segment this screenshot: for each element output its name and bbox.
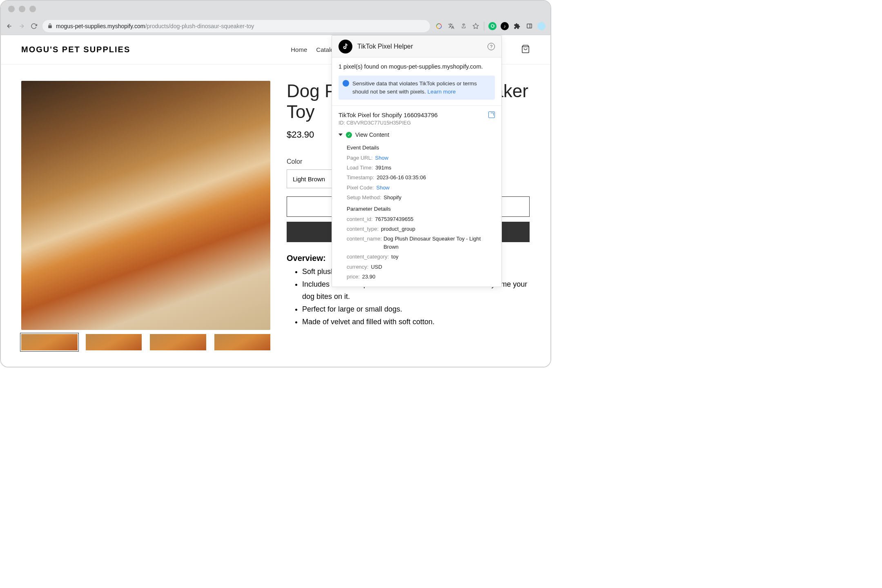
lock-icon bbox=[47, 23, 53, 29]
page-url-show[interactable]: Show bbox=[375, 154, 389, 162]
content-name-value: Dog Plush Dinosaur Squeaker Toy - Light … bbox=[383, 235, 495, 251]
thumbnail[interactable] bbox=[86, 334, 142, 350]
ext-title: TikTok Pixel Helper bbox=[357, 43, 483, 50]
option-value: Light Brown bbox=[293, 176, 325, 183]
content-id-value: 7675397439655 bbox=[375, 215, 414, 223]
setup-method-value: Shopify bbox=[384, 194, 401, 202]
content-category-value: toy bbox=[391, 253, 398, 261]
tiktok-logo-icon bbox=[339, 40, 352, 53]
timestamp-value: 2023-06-16 03:35:06 bbox=[376, 174, 426, 182]
sensitive-data-alert: Sensitive data that violates TikTok poli… bbox=[339, 76, 495, 100]
reload-button[interactable] bbox=[30, 22, 38, 30]
pixel-id-value: CBVVRD3C77U15H35PIEG bbox=[346, 120, 411, 126]
pixels-found-text: 1 pixel(s) found on mogus-pet-supplies.m… bbox=[339, 63, 495, 70]
tiktok-ext-icon[interactable]: ♪ bbox=[501, 22, 509, 30]
sidepanel-icon[interactable] bbox=[525, 22, 533, 30]
translate-icon[interactable] bbox=[447, 22, 455, 30]
content-type-value: product_group bbox=[381, 225, 415, 233]
timestamp-label: Timestamp: bbox=[347, 174, 374, 182]
window-minimize[interactable] bbox=[19, 6, 25, 12]
price-value: 23.90 bbox=[362, 273, 376, 281]
pixel-id-label: ID: bbox=[339, 120, 345, 126]
product-gallery bbox=[21, 81, 270, 350]
currency-label: currency: bbox=[347, 263, 368, 271]
back-button[interactable] bbox=[6, 22, 13, 30]
cart-icon[interactable] bbox=[521, 45, 530, 55]
bookmark-icon[interactable] bbox=[472, 22, 480, 30]
currency-value: USD bbox=[371, 263, 382, 271]
page-url-label: Page URL: bbox=[347, 154, 373, 162]
google-icon[interactable] bbox=[435, 22, 443, 30]
learn-more-link[interactable]: Learn more bbox=[428, 89, 456, 95]
external-link-icon[interactable] bbox=[488, 111, 495, 118]
window-titlebar bbox=[1, 1, 550, 17]
caret-down-icon bbox=[339, 134, 343, 136]
window-close[interactable] bbox=[8, 6, 15, 12]
share-icon[interactable] bbox=[459, 22, 468, 30]
address-bar[interactable]: mogus-pet-supplies.myshopify.com/product… bbox=[42, 20, 430, 32]
alert-text: Sensitive data that violates TikTok poli… bbox=[352, 80, 477, 95]
load-time-label: Load Time: bbox=[347, 164, 373, 172]
load-time-value: 391ms bbox=[375, 164, 391, 172]
content-category-label: content_category: bbox=[347, 253, 389, 261]
pixel-title: TikTok Pixel for Shopify 1660943796 bbox=[339, 111, 438, 118]
thumbnail[interactable] bbox=[21, 334, 78, 350]
content-name-label: content_name: bbox=[347, 235, 381, 251]
profile-avatar[interactable] bbox=[537, 22, 546, 30]
extensions-icon[interactable] bbox=[513, 22, 521, 30]
thumbnail[interactable] bbox=[150, 334, 206, 350]
content-type-label: content_type: bbox=[347, 225, 379, 233]
content-id-label: content_id: bbox=[347, 215, 373, 223]
price-label: price: bbox=[347, 273, 360, 281]
thumbnail[interactable] bbox=[214, 334, 271, 350]
setup-method-label: Setup Method: bbox=[347, 194, 381, 202]
pixel-code-show[interactable]: Show bbox=[376, 184, 390, 192]
grammarly-ext-icon[interactable] bbox=[488, 22, 497, 30]
tiktok-pixel-helper-popup: TikTok Pixel Helper ? 1 pixel(s) found o… bbox=[332, 35, 502, 287]
url-text: mogus-pet-supplies.myshopify.com/product… bbox=[56, 23, 254, 29]
help-icon[interactable]: ? bbox=[488, 43, 495, 50]
brand-logo[interactable]: MOGU'S PET SUPPLIES bbox=[21, 45, 130, 54]
svg-rect-4 bbox=[527, 24, 531, 28]
pixel-code-label: Pixel Code: bbox=[347, 184, 374, 192]
list-item: Perfect for large or small dogs. bbox=[302, 303, 530, 316]
nav-home[interactable]: Home bbox=[291, 46, 307, 53]
window-maximize[interactable] bbox=[29, 6, 36, 12]
check-icon: ✓ bbox=[346, 132, 352, 138]
forward-button[interactable] bbox=[18, 22, 25, 30]
product-main-image[interactable] bbox=[21, 81, 270, 330]
event-toggle[interactable]: ✓ View Content bbox=[332, 130, 501, 141]
parameter-details-heading: Parameter Details bbox=[332, 203, 501, 214]
event-name: View Content bbox=[355, 131, 389, 138]
event-details-heading: Event Details bbox=[332, 141, 501, 153]
browser-toolbar: mogus-pet-supplies.myshopify.com/product… bbox=[1, 17, 550, 35]
list-item: Made of velvet and filled with soft cott… bbox=[302, 316, 530, 328]
